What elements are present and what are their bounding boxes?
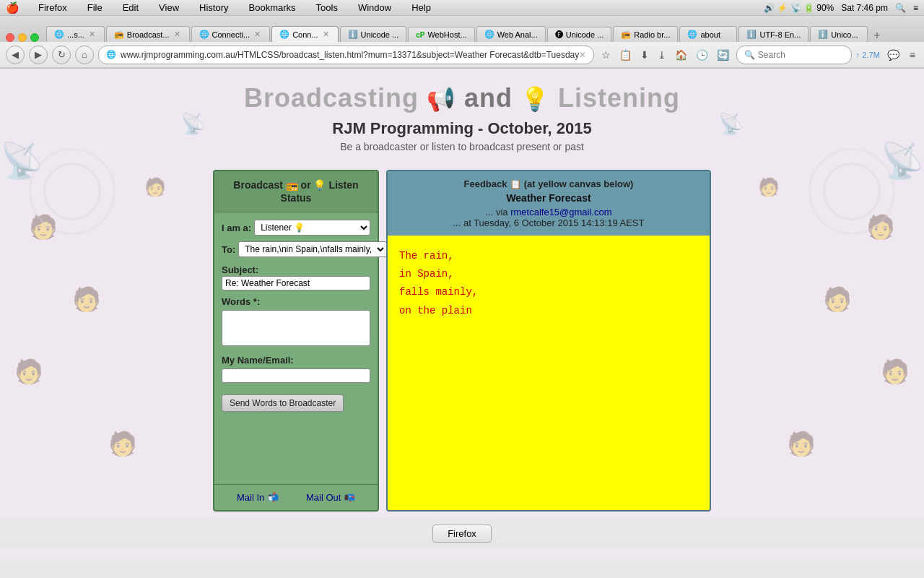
left-panel: Broadcast 📻 or 💡 Listen Status I am a: L… [213, 170, 379, 512]
maximize-window-btn[interactable] [30, 33, 39, 42]
menu-view[interactable]: View [154, 1, 183, 14]
bookmark-star-icon[interactable]: ☆ [598, 48, 614, 62]
menu-bookmarks[interactable]: Bookmarks [245, 1, 300, 14]
url-input[interactable] [121, 50, 579, 60]
menu-history[interactable]: History [195, 1, 232, 14]
tab-label-1: ...s... [67, 30, 84, 39]
tab-label-3: Connecti... [212, 30, 250, 39]
and-text: and [464, 83, 513, 113]
tab-favicon-4: 🌐 [279, 30, 289, 39]
nav-bar: ◀ ▶ ↻ ⌂ 🌐 ✕ ☆ 📋 ⬇ ⤓ 🏠 🕒 🔄 🔍 ↑ 2.7M 💬 ≡ [0, 42, 924, 68]
new-tab-button[interactable]: + [869, 29, 884, 42]
home-nav-icon[interactable]: 🏠 [672, 48, 690, 62]
tab-3[interactable]: 🌐 Connecti... ✕ [191, 26, 271, 42]
menu-window[interactable]: Window [354, 1, 396, 14]
mail-out-link[interactable]: Mail Out 📭 [306, 492, 355, 503]
subject-input[interactable] [222, 276, 370, 290]
tab-9[interactable]: 📻 Radio br... [613, 26, 678, 42]
tab-6[interactable]: cP WebHost... [408, 27, 474, 42]
tab-5[interactable]: ℹ️ Unicode ... [340, 26, 407, 42]
save-page-icon[interactable]: 📋 [616, 48, 635, 62]
search-input[interactable] [758, 50, 844, 60]
mac-menu-bar: 🍎 Firefox File Edit View History Bookmar… [0, 0, 924, 16]
tab-favicon-9: 📻 [621, 30, 631, 39]
menubar-right: 🔊 ⚡ 📡 🔋 90% Sat 7:46 pm 🔍 ≡ [764, 3, 918, 13]
tab-label-6: WebHost... [427, 30, 466, 39]
home-button[interactable]: ⌂ [75, 46, 94, 64]
right-panel: Feedback 📋 (at yellow canvas below) Weat… [386, 170, 711, 512]
listening-text: Listening [558, 83, 680, 113]
tab-10[interactable]: 🌐 about [679, 26, 737, 42]
tab-close-2[interactable]: ✕ [173, 30, 182, 39]
tab-favicon-5: ℹ️ [348, 30, 358, 39]
name-row: My Name/Email: [222, 355, 370, 383]
tab-12[interactable]: ℹ️ Unico... [810, 26, 868, 42]
i-am-a-label: I am a: [222, 223, 251, 233]
via-email-link[interactable]: rmetcalfe15@gmail.com [510, 207, 611, 217]
history-icon[interactable]: 🕒 [693, 48, 711, 62]
feedback-line: Feedback 📋 (at yellow canvas below) [399, 178, 698, 189]
i-am-a-select[interactable]: Listener 💡 Broadcaster 📻 [254, 220, 370, 236]
menu-help[interactable]: Help [407, 1, 435, 14]
mail-links: Mail In 📬 Mail Out 📭 [214, 484, 378, 510]
send-button[interactable]: Send Words to Broadcaster [222, 394, 344, 412]
name-email-input[interactable] [222, 368, 370, 383]
pocket-icon[interactable]: ⬇ [637, 48, 652, 62]
tab-11[interactable]: ℹ️ UTF-8 En... [738, 26, 808, 42]
url-clear-icon[interactable]: ✕ [579, 50, 586, 60]
refresh-button[interactable]: ↻ [52, 46, 71, 64]
close-window-btn[interactable] [6, 33, 14, 42]
tab-1[interactable]: 🌐 ...s... ✕ [46, 26, 105, 42]
words-textarea[interactable] [222, 310, 370, 346]
tab-label-7: Web Anal... [497, 30, 538, 39]
menu-edit[interactable]: Edit [118, 1, 143, 14]
tab-favicon-7: 🌐 [484, 30, 494, 39]
left-panel-title: Broadcast 📻 or 💡 Listen Status [233, 179, 358, 204]
chat-icon[interactable]: 💬 [884, 48, 902, 62]
reader-count[interactable]: ↑ 2.7M [856, 51, 880, 59]
mail-in-link[interactable]: Mail In 📬 [237, 492, 279, 503]
menu-file[interactable]: File [83, 1, 107, 14]
tab-2[interactable]: 📻 Broadcast... ✕ [106, 26, 190, 42]
tab-label-5: Unicode ... [361, 30, 399, 39]
tab-label-11: UTF-8 En... [759, 30, 801, 39]
words-row: Words *: [222, 296, 370, 349]
forward-button[interactable]: ▶ [29, 46, 48, 64]
tab-close-1[interactable]: ✕ [87, 30, 97, 39]
tab-label-9: Radio br... [634, 30, 670, 39]
url-bar[interactable]: 🌐 ✕ [98, 46, 594, 64]
tab-favicon-2: 📻 [114, 30, 124, 39]
toolbar-icons: ☆ 📋 ⬇ ⤓ 🏠 🕒 🔄 [598, 48, 732, 62]
sync-icon[interactable]: 🔄 [714, 48, 732, 62]
download-icon[interactable]: ⤓ [655, 48, 669, 62]
tab-favicon-11: ℹ️ [746, 30, 757, 39]
menu-firefox[interactable]: Firefox [34, 1, 71, 14]
menu-icon[interactable]: ≡ [907, 48, 918, 62]
minimize-window-btn[interactable] [18, 33, 27, 42]
back-button[interactable]: ◀ [6, 46, 25, 64]
tab-8[interactable]: 🅕 Unicode ... [547, 27, 612, 42]
menu-tools[interactable]: Tools [312, 1, 342, 14]
list-icon[interactable]: ≡ [913, 3, 918, 13]
tab-favicon-10: 🌐 [687, 30, 697, 39]
page-tagline: Be a broadcaster or listen to broadcast … [0, 141, 924, 152]
firefox-button[interactable]: Firefox [432, 525, 492, 543]
via-line: ... via rmetcalfe15@gmail.com [399, 207, 698, 217]
browser-chrome: 🌐 ...s... ✕ 📻 Broadcast... ✕ 🌐 Connecti.… [0, 16, 924, 69]
tab-favicon-1: 🌐 [54, 30, 64, 39]
tab-close-3[interactable]: ✕ [253, 30, 262, 39]
via-label: ... via [485, 207, 507, 217]
search-bar[interactable]: 🔍 [736, 46, 852, 64]
tab-close-4[interactable]: ✕ [321, 30, 331, 39]
broadcast-content: The rain, in Spain, falls mainly, on the… [388, 236, 710, 510]
to-select[interactable]: The rain,\nin Spain,\nfalls mainly, [238, 241, 387, 257]
tab-favicon-3: 🌐 [199, 30, 209, 39]
search-menu-icon[interactable]: 🔍 [895, 3, 906, 13]
tab-favicon-12: ℹ️ [818, 30, 828, 39]
page-subtitle: RJM Programming - October, 2015 [0, 119, 924, 138]
tab-7[interactable]: 🌐 Web Anal... [476, 26, 546, 42]
right-panel-header: Feedback 📋 (at yellow canvas below) Weat… [388, 171, 710, 236]
date-line: ... at Tuesday, 6 October 2015 14:13:19 … [399, 217, 698, 228]
apple-menu[interactable]: 🍎 [6, 1, 19, 14]
tab-4[interactable]: 🌐 Conn... ✕ [271, 26, 338, 42]
